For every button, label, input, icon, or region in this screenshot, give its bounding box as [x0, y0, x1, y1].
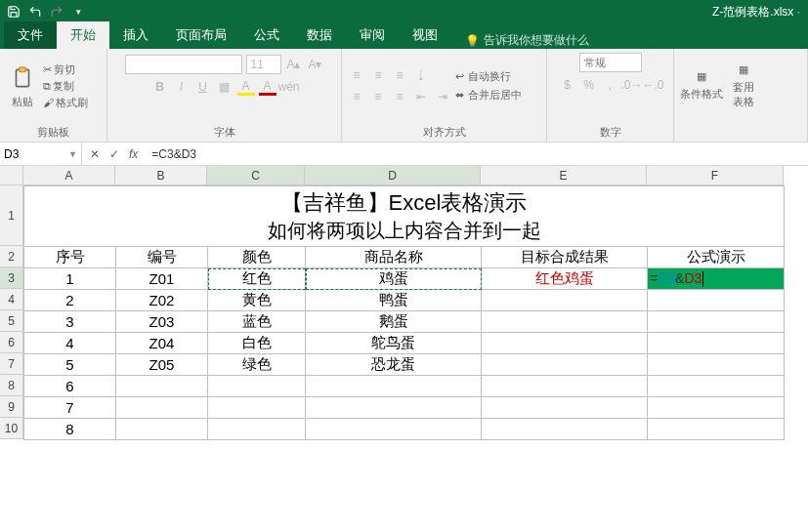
col-header-F[interactable]: F — [647, 166, 784, 185]
header-cell-F[interactable]: 公式演示 — [648, 247, 785, 268]
name-box[interactable]: D3▼ — [0, 143, 82, 165]
cell-A7[interactable]: 5 — [24, 354, 116, 376]
cell-E10[interactable] — [482, 419, 648, 440]
cell-B5[interactable]: Z03 — [116, 311, 208, 333]
align-center-icon[interactable]: ≡ — [369, 88, 387, 105]
currency-icon[interactable]: $ — [559, 76, 576, 94]
bold-button[interactable]: B — [151, 78, 169, 96]
copy-button[interactable]: ⧉复制 — [43, 79, 88, 94]
cancel-formula-icon[interactable]: ✕ — [90, 147, 100, 161]
increase-decimal-icon[interactable]: .0→ — [623, 76, 641, 94]
cell-E9[interactable] — [482, 397, 648, 419]
header-cell-D[interactable]: 商品名称 — [306, 247, 482, 268]
row-header-6[interactable]: 6 — [0, 332, 23, 353]
cell-D5[interactable]: 鹅蛋 — [306, 311, 482, 333]
col-header-A[interactable]: A — [23, 166, 115, 185]
tab-home[interactable]: 开始 — [57, 21, 109, 49]
formula-input[interactable]: =C3&D3 — [146, 147, 808, 161]
redo-icon[interactable] — [49, 4, 64, 20]
indent-increase-icon[interactable]: ⇥ — [434, 88, 451, 105]
merge-center-button[interactable]: ⬌合并后居中 — [455, 88, 522, 102]
cell-A4[interactable]: 2 — [24, 290, 116, 311]
cell-D7[interactable]: 恐龙蛋 — [306, 354, 482, 376]
align-right-icon[interactable]: ≡ — [391, 88, 408, 105]
cell-E3[interactable]: 红色鸡蛋 — [482, 268, 648, 290]
align-left-icon[interactable]: ≡ — [348, 88, 365, 105]
cell-F8[interactable] — [648, 376, 785, 397]
cell-D9[interactable] — [306, 397, 482, 419]
cell-F3[interactable]: =C3&D3 — [648, 268, 785, 290]
cell-F7[interactable] — [648, 354, 785, 376]
cell-B6[interactable]: Z04 — [116, 333, 208, 354]
underline-button[interactable]: U — [194, 78, 212, 96]
row-header-5[interactable]: 5 — [0, 310, 23, 332]
cell-C8[interactable] — [208, 376, 306, 397]
conditional-format-button[interactable]: ▦条件格式 — [680, 70, 723, 102]
cell-D3[interactable]: 鸡蛋 — [306, 268, 482, 290]
cell-C10[interactable] — [208, 419, 306, 440]
fill-color-button[interactable]: A — [237, 78, 255, 96]
decrease-decimal-icon[interactable]: ←.0 — [645, 76, 662, 94]
orientation-icon[interactable]: ⭭ — [412, 66, 430, 84]
merged-title-cell[interactable]: 【吉祥鱼】Excel表格演示如何将两项以上内容合并到一起 — [24, 186, 785, 247]
tab-file[interactable]: 文件 — [4, 21, 57, 49]
paste-button[interactable]: 粘贴 — [6, 63, 39, 109]
cell-B10[interactable] — [116, 419, 208, 440]
align-bottom-icon[interactable]: ≡ — [391, 66, 408, 84]
font-size-combo[interactable]: 11 — [246, 55, 281, 74]
cell-F5[interactable] — [648, 311, 785, 333]
cell-D6[interactable]: 鸵鸟蛋 — [306, 333, 482, 354]
cell-A9[interactable]: 7 — [24, 397, 116, 419]
italic-button[interactable]: I — [173, 78, 191, 96]
row-header-8[interactable]: 8 — [0, 375, 23, 396]
decrease-font-icon[interactable]: A▾ — [307, 56, 324, 73]
cut-button[interactable]: ✂剪切 — [43, 62, 88, 77]
font-name-combo[interactable] — [125, 55, 242, 74]
col-header-D[interactable]: D — [305, 166, 481, 185]
wrap-text-button[interactable]: ↩自动换行 — [455, 69, 522, 84]
cell-B8[interactable] — [116, 376, 208, 397]
cell-E4[interactable] — [482, 290, 648, 311]
cell-F10[interactable] — [648, 419, 785, 440]
tab-layout[interactable]: 页面布局 — [162, 21, 240, 49]
cell-B3[interactable]: Z01 — [116, 268, 208, 290]
select-all-corner[interactable] — [0, 166, 23, 185]
undo-icon[interactable] — [27, 4, 43, 20]
percent-icon[interactable]: % — [580, 76, 598, 94]
cell-D8[interactable] — [306, 376, 482, 397]
cell-C5[interactable]: 蓝色 — [208, 311, 306, 333]
row-header-2[interactable]: 2 — [0, 246, 23, 267]
row-header-3[interactable]: 3 — [0, 267, 23, 289]
comma-icon[interactable]: , — [602, 76, 619, 94]
row-header-10[interactable]: 10 — [0, 418, 23, 439]
insert-function-icon[interactable]: fx — [129, 147, 138, 161]
indent-decrease-icon[interactable]: ⇤ — [412, 88, 430, 105]
tell-me[interactable]: 💡告诉我你想要做什么 — [451, 32, 589, 49]
cell-E6[interactable] — [482, 333, 648, 354]
row-header-4[interactable]: 4 — [0, 289, 23, 310]
cell-D4[interactable]: 鸭蛋 — [306, 290, 482, 311]
cell-F6[interactable] — [648, 333, 785, 354]
cell-E5[interactable] — [482, 311, 648, 333]
border-button[interactable]: ▦ — [216, 78, 234, 96]
col-header-E[interactable]: E — [481, 166, 647, 185]
row-header-9[interactable]: 9 — [0, 396, 23, 418]
format-painter-button[interactable]: 🖌格式刷 — [43, 96, 88, 110]
cell-C6[interactable]: 白色 — [208, 333, 306, 354]
cell-F9[interactable] — [648, 397, 785, 419]
header-cell-B[interactable]: 编号 — [116, 247, 208, 268]
cell-A10[interactable]: 8 — [24, 419, 116, 440]
cell-C4[interactable]: 黄色 — [208, 290, 306, 311]
increase-font-icon[interactable]: A▴ — [285, 56, 303, 73]
cell-E8[interactable] — [482, 376, 648, 397]
format-as-table-button[interactable]: ▦套用 表格 — [733, 63, 754, 109]
header-cell-C[interactable]: 颜色 — [208, 247, 306, 268]
font-color-button[interactable]: A — [259, 78, 276, 96]
col-header-B[interactable]: B — [115, 166, 207, 185]
number-format-combo[interactable]: 常规 — [579, 53, 642, 72]
tab-review[interactable]: 审阅 — [346, 21, 399, 49]
cell-A5[interactable]: 3 — [24, 311, 116, 333]
cell-A6[interactable]: 4 — [24, 333, 116, 354]
cell-B4[interactable]: Z02 — [116, 290, 208, 311]
tab-view[interactable]: 视图 — [399, 21, 451, 49]
